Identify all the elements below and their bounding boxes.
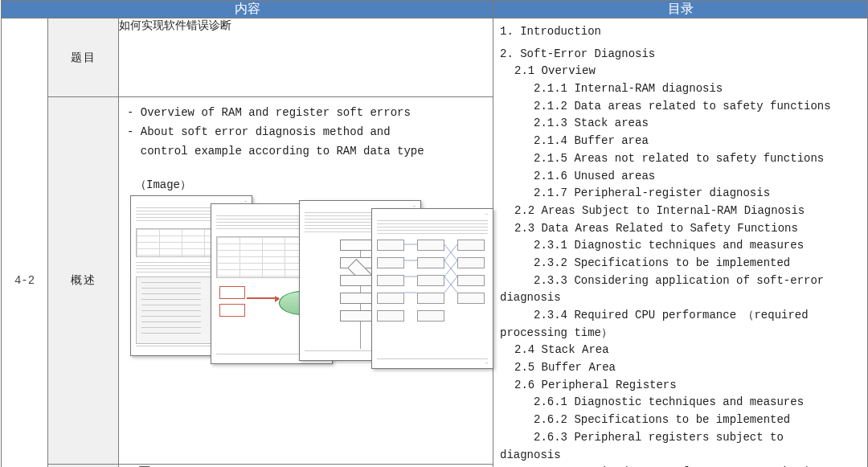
toc-item: 2.4 Stack Area (514, 342, 859, 359)
toc-item: 2.6.4 Required CPU performance （required (534, 464, 859, 467)
image-caption: （Image） (119, 163, 493, 195)
thumb-header-icon: — (377, 212, 488, 221)
toc-cell: 1. Introduction 2. Soft-Error Diagnosis … (493, 18, 868, 468)
toc-item: 2.6 Peripheral Registers (514, 377, 859, 395)
overview-cell: - Overview of RAM and register soft erro… (119, 97, 493, 465)
header-content: 内容 (2, 1, 493, 18)
toc-item: processing time） (500, 325, 859, 342)
toc-item: 2.6.2 Specifications to be implemented (534, 412, 859, 429)
toc-item: 2. Soft-Error Diagnosis (500, 46, 859, 63)
toc-item: 2.3.1 Diagnostic techniques and measures (534, 237, 859, 255)
toc-item: 2.2 Areas Subject to Internal-RAM Diagno… (514, 203, 859, 220)
toc-item: 2.6.1 Diagnostic techniques and measures (534, 394, 859, 412)
toc-item: 2.1.2 Data areas related to safety funct… (534, 98, 859, 116)
overview-text: - Overview of RAM and register soft erro… (119, 97, 493, 162)
label-overview: 概述 (48, 97, 119, 465)
toc-item: 2.1.4 Buffer area (534, 133, 859, 150)
section-index: 4-2 (2, 18, 48, 468)
toc-item: 2.1.5 Areas not related to safety functi… (534, 150, 859, 168)
toc-item: 2.3.4 Required CPU performance （required (534, 307, 859, 325)
label-title: 题目 (48, 18, 119, 97)
document-table: 内容 目录 4-2 题目 如何实现软件错误诊断 1. Introduction … (1, 0, 868, 467)
toc-item: 2.3 Data Areas Related to Safety Functio… (514, 220, 859, 238)
toc-item: diagnosis (500, 447, 859, 465)
title-cell: 如何实现软件错误诊断 (119, 18, 493, 97)
toc-item: 2.3.3 Considering application of soft-er… (534, 272, 859, 290)
toc-item: 2.6.3 Peripheral registers subject to (534, 429, 859, 447)
connector-lines-icon (377, 240, 488, 357)
toc-item: 2.1.7 Peripheral-register diagnosis (534, 185, 859, 203)
thumbnail-strip: — — — (130, 195, 493, 384)
title-text: 如何实现软件错误诊断 (119, 19, 231, 32)
toc-item: 2.3.2 Specifications to be implemented (534, 255, 859, 272)
toc-item: 2.1.1 Internal-RAM diagnosis (534, 80, 859, 98)
toc-item: 2.5 Buffer Area (514, 359, 859, 377)
toc-list: 1. Introduction 2. Soft-Error Diagnosis … (493, 18, 867, 467)
toc-item: diagnosis (500, 289, 859, 307)
thumb-footer-icon: — (377, 358, 488, 366)
toc-item: 1. Introduction (500, 23, 859, 41)
toc-item: 2.1.6 Unused areas (534, 168, 859, 186)
toc-item: 2.1 Overview (514, 63, 859, 80)
header-toc: 目录 (493, 1, 868, 18)
toc-item: 2.1.3 Stack areas (534, 115, 859, 133)
page-thumbnail: — (371, 208, 493, 369)
